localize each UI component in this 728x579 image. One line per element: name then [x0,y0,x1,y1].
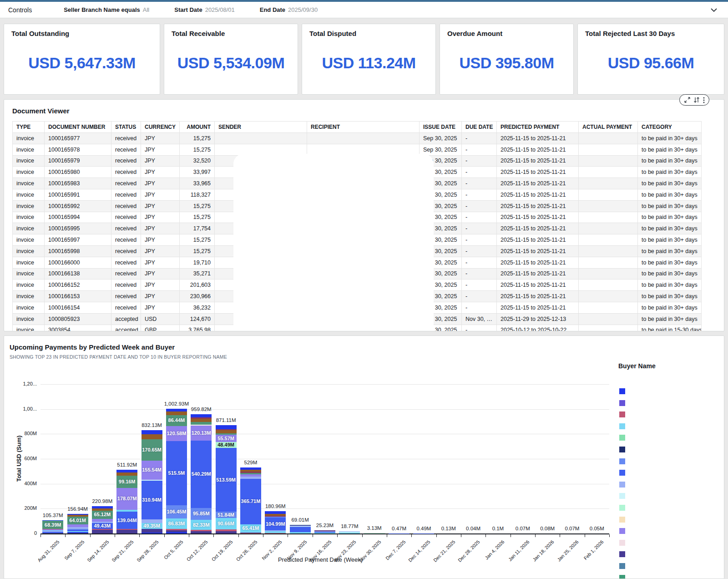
bar-segment[interactable]: 515.5M [166,441,187,505]
cell-actual-payment[interactable] [579,155,638,167]
cell-issue-date[interactable]: Sep 30, 2025 [420,133,462,144]
bar-segment[interactable] [314,533,335,533]
bar-segment[interactable] [67,531,88,532]
bar-segment[interactable]: 65.12M [92,511,113,519]
bar-segment[interactable] [191,531,212,533]
bar-segment[interactable]: 178.07M [116,488,137,510]
bar-segment[interactable] [191,417,212,419]
cell-category[interactable]: to be paid in 30+ days [638,279,702,291]
cell-category[interactable]: to be paid in 15-30 days [638,325,702,331]
bar-sep-21-2025[interactable]: 139.04M178.07M99.16M [116,470,137,533]
bar-segment[interactable] [67,529,88,530]
cell-document-number[interactable]: 1000166138 [45,268,111,279]
cell-actual-payment[interactable] [579,234,638,246]
bar-segment[interactable] [92,530,113,533]
bar-segment[interactable] [240,473,261,474]
legend-swatch[interactable] [619,540,625,546]
cell-status[interactable]: received [111,279,141,291]
cell-type[interactable]: invoice [13,291,45,302]
cell-currency[interactable]: JPY [141,133,180,144]
cell-type[interactable]: invoice [13,200,45,212]
cell-actual-payment[interactable] [579,325,638,331]
bar-segment[interactable] [240,467,261,469]
cell-predicted-payment[interactable]: 2025-11-15 to 2025-11-21 [497,200,579,212]
bar-segment[interactable] [290,526,311,526]
bar-segment[interactable] [42,520,63,521]
cell-currency[interactable]: JPY [141,279,180,291]
cell-document-number[interactable]: 1000165997 [45,234,111,246]
cell-amount[interactable]: 15,275 [180,200,215,212]
cell-predicted-payment[interactable]: 2025-11-15 to 2025-11-21 [497,189,579,200]
bar-segment[interactable] [67,527,88,529]
bar-segment[interactable] [142,434,162,439]
cell-currency[interactable]: JPY [141,268,180,279]
cell-document-number[interactable]: 1000165983 [45,178,111,189]
cell-status[interactable]: received [111,234,141,246]
cell-actual-payment[interactable] [579,200,638,212]
cell-type[interactable]: invoice [13,223,45,234]
cell-type[interactable]: invoice [13,325,45,331]
filter-value[interactable]: All [143,6,149,13]
cell-amount[interactable]: 33,965 [180,178,215,189]
cell-amount[interactable]: 32,520 [180,155,215,167]
bar-oct-12-2025[interactable]: 82.33M95.85M540.29M120.13M [191,414,212,533]
bar-segment[interactable] [67,524,88,527]
bar-segment[interactable] [116,510,137,512]
bar-oct-19-2025[interactable]: 90.66M51.84M513.59M48.49M55.57M [216,425,237,533]
bar-segment[interactable]: 64.01M [67,517,88,524]
sort-icon[interactable] [693,97,700,103]
bar-segment[interactable] [42,530,63,531]
cell-type[interactable]: invoice [13,245,45,257]
filter-start-date[interactable]: Start Date 2025/08/01 [174,6,235,13]
bar-segment[interactable] [314,531,335,531]
bar-segment[interactable] [42,532,63,533]
bar-segment[interactable] [67,530,88,531]
cell-actual-payment[interactable] [579,313,638,325]
cell-currency[interactable]: JPY [141,200,180,212]
legend-swatch[interactable] [619,400,625,406]
bar-segment[interactable] [92,508,113,511]
bar-segment[interactable]: 86.44M [166,415,187,426]
cell-currency[interactable]: USD [141,313,180,325]
cell-actual-payment[interactable] [579,178,638,189]
bar-segment[interactable] [42,529,63,529]
legend-swatch[interactable] [619,470,625,476]
bar-segment[interactable] [166,409,187,411]
cell-actual-payment[interactable] [579,133,638,144]
bar-segment[interactable]: 513.59M [216,448,237,512]
cell-due-date[interactable]: Nov 30, … [462,313,497,325]
cell-status[interactable]: received [111,245,141,257]
bar-segment[interactable] [339,533,360,533]
cell-actual-payment[interactable] [579,279,638,291]
filter-seller-branch[interactable]: Seller Branch Name equals All [64,6,149,13]
cell-document-number[interactable]: 1000166000 [45,257,111,268]
column-header-currency[interactable]: CURRENCY [141,122,180,133]
bar-segment[interactable] [265,531,286,533]
cell-status[interactable]: received [111,144,141,155]
cell-category[interactable]: to be paid in 30+ days [638,144,702,155]
cell-status[interactable]: accepted [111,325,141,331]
cell-document-number[interactable]: 1000166153 [45,291,111,302]
bar-segment[interactable] [166,529,187,530]
bar-segment[interactable] [142,529,162,532]
bar-segment[interactable] [216,433,237,435]
cell-document-number[interactable]: 1000165978 [45,144,111,155]
bar-segment[interactable] [166,530,187,532]
cell-type[interactable]: invoice [13,212,45,223]
cell-due-date[interactable]: - [462,167,497,178]
column-header-type[interactable]: TYPE [13,122,45,133]
bar-segment[interactable] [142,519,162,523]
cell-amount[interactable]: 15,275 [180,133,215,144]
cell-category[interactable]: to be paid in 30+ days [638,212,702,223]
cell-category[interactable]: to be paid in 30+ days [638,223,702,234]
kebab-menu-icon[interactable] [703,97,705,103]
cell-actual-payment[interactable] [579,212,638,223]
legend-swatch[interactable] [619,435,625,441]
bar-segment[interactable] [42,531,63,531]
cell-category[interactable]: to be paid in 30+ days [638,257,702,268]
bar-segment[interactable] [290,532,311,533]
cell-due-date[interactable]: - [462,133,497,144]
bar-segment[interactable]: 48.49M [216,442,237,448]
cell-due-date[interactable]: - [462,144,497,155]
bar-segment[interactable] [265,511,286,514]
